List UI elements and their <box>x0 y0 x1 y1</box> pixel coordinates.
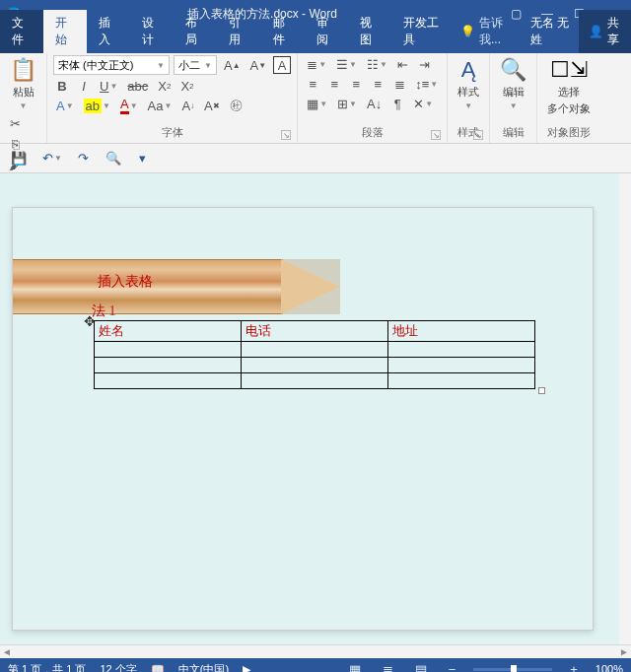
paste-button[interactable]: 📋 粘贴 ▼ <box>6 55 40 112</box>
styles-launcher[interactable]: ↘ <box>473 130 483 140</box>
print-preview-button[interactable]: 🔍 <box>103 150 124 168</box>
text-effects-button[interactable]: A▼ <box>53 97 77 114</box>
subscript-button[interactable]: X2 <box>155 77 174 95</box>
page-status[interactable]: 第 1 页，共 1 页 <box>8 662 86 673</box>
paragraph-launcher[interactable]: ↘ <box>431 130 441 140</box>
table-resize-handle[interactable] <box>538 387 545 394</box>
share-button[interactable]: 👤共享 <box>579 10 631 53</box>
align-center-button[interactable]: ≡ <box>325 75 343 93</box>
align-left-button[interactable]: ≡ <box>304 75 321 93</box>
scroll-left-arrow[interactable]: ◄ <box>0 646 14 657</box>
qat-more-button[interactable]: ▾ <box>134 150 152 168</box>
underline-button[interactable]: U▼ <box>97 77 120 95</box>
tab-view[interactable]: 视图 <box>348 10 391 53</box>
redo-icon: ↷ <box>78 151 89 166</box>
font-name-combo[interactable]: 宋体 (中文正文)▼ <box>53 55 170 75</box>
font-size-combo[interactable]: 小二▼ <box>174 55 217 75</box>
save-button[interactable]: 💾 <box>8 150 30 168</box>
preview-icon: 🔍 <box>105 151 121 166</box>
group-clipboard: 📋 粘贴 ▼ ✂ ⎘ 🖌 剪贴板↘ <box>0 53 47 143</box>
tab-developer[interactable]: 开发工具 <box>391 10 455 53</box>
superscript-button[interactable]: X2 <box>177 77 196 95</box>
print-layout-button[interactable]: ≣ <box>379 662 397 673</box>
decrease-indent-button[interactable]: ⇤ <box>394 55 412 73</box>
styles-button[interactable]: Ą 样式 ▼ <box>454 55 483 112</box>
line-spacing-button[interactable]: ↕≡▼ <box>412 75 441 93</box>
tab-home[interactable]: 开始 <box>43 10 87 53</box>
word-count[interactable]: 12 个字 <box>100 662 136 673</box>
page[interactable]: 插入表格 法 1 ✥ 姓名 电话 地址 <box>12 207 594 631</box>
styles-icon: Ą <box>461 57 476 83</box>
paragraph-label: 段落 <box>362 126 384 138</box>
scissors-icon: ✂ <box>10 116 21 131</box>
table-header-cell[interactable]: 姓名 <box>95 321 242 342</box>
horizontal-scrollbar[interactable]: ◄ ► <box>0 644 631 658</box>
show-marks-button[interactable]: ¶ <box>388 95 406 112</box>
enclosed-button[interactable]: ㊓ <box>227 97 245 114</box>
table-header-cell[interactable]: 电话 <box>242 321 388 342</box>
multilevel-list-button[interactable]: ☷▼ <box>364 55 390 73</box>
undo-button[interactable]: ↶▼ <box>39 150 65 168</box>
paste-icon: 📋 <box>10 57 36 83</box>
account-name[interactable]: 无名 无姓 <box>521 10 579 53</box>
clear-format-button[interactable]: A✖ <box>201 97 223 114</box>
read-mode-button[interactable]: ▦ <box>345 662 365 673</box>
language-status[interactable]: 中文(中国) <box>178 662 229 673</box>
bullets-button[interactable]: ≣▼ <box>304 55 329 73</box>
phonetic-button[interactable]: Aa▼ <box>145 97 175 114</box>
font-launcher[interactable]: ↘ <box>281 130 291 140</box>
shading-button[interactable]: ▦▼ <box>304 95 330 112</box>
shrink-font-button[interactable]: A▼ <box>247 56 270 74</box>
grow-font-button[interactable]: A▲ <box>221 56 244 74</box>
zoom-out-button[interactable]: − <box>445 662 460 673</box>
sort-button[interactable]: A↓ <box>364 95 385 112</box>
select-objects-button[interactable]: ☐⇲ 选择 多个对象 <box>543 55 595 118</box>
char-border-button[interactable]: A <box>273 56 291 74</box>
document-table[interactable]: 姓名 电话 地址 <box>94 320 535 389</box>
macro-status-icon[interactable]: ▶ <box>243 663 250 673</box>
tab-review[interactable]: 审阅 <box>305 10 348 53</box>
zoom-thumb[interactable] <box>511 665 517 673</box>
doc-heading[interactable]: 插入表格 <box>98 273 153 291</box>
lightbulb-icon: 💡 <box>460 25 475 38</box>
enclose-char-button[interactable]: A↓ <box>178 97 197 114</box>
distributed-button[interactable]: ≣ <box>390 75 408 93</box>
align-right-button[interactable]: ≡ <box>347 75 365 93</box>
tab-insert[interactable]: 插入 <box>87 10 130 53</box>
tab-file[interactable]: 文件 <box>0 10 43 53</box>
save-icon: 💾 <box>11 151 27 166</box>
increase-indent-button[interactable]: ⇥ <box>416 55 434 73</box>
tab-mailings[interactable]: 邮件 <box>261 10 305 53</box>
zoom-slider[interactable] <box>473 668 552 671</box>
spell-check-icon[interactable]: 📖 <box>151 663 165 673</box>
italic-button[interactable]: I <box>75 77 93 95</box>
chevron-down-icon: ▾ <box>139 151 146 166</box>
font-color-button[interactable]: A▼ <box>117 97 141 114</box>
editing-button[interactable]: 🔍 编辑 ▼ <box>496 55 530 112</box>
table-row: 姓名 电话 地址 <box>95 321 535 342</box>
zoom-level[interactable]: 100% <box>596 663 623 672</box>
tab-references[interactable]: 引用 <box>217 10 260 53</box>
asian-layout-button[interactable]: ✕▼ <box>410 95 436 112</box>
highlight-button[interactable]: ab▼ <box>81 97 113 114</box>
tell-me[interactable]: 💡告诉我... <box>455 10 520 53</box>
cut-button[interactable]: ✂ <box>6 114 25 132</box>
bold-button[interactable]: B <box>53 77 71 95</box>
web-layout-button[interactable]: ▤ <box>411 662 431 673</box>
tab-design[interactable]: 设计 <box>130 10 174 53</box>
numbering-button[interactable]: ☰▼ <box>333 55 360 73</box>
share-icon: 👤 <box>589 25 603 38</box>
tab-layout[interactable]: 布局 <box>174 10 217 53</box>
justify-button[interactable]: ≡ <box>369 75 386 93</box>
borders-button[interactable]: ⊞▼ <box>334 95 360 112</box>
document-area[interactable]: 插入表格 法 1 ✥ 姓名 电话 地址 <box>0 173 631 644</box>
redo-button[interactable]: ↷ <box>75 150 93 168</box>
scroll-track[interactable] <box>28 646 603 658</box>
ribbon: 📋 粘贴 ▼ ✂ ⎘ 🖌 剪贴板↘ 宋体 (中文正文)▼ 小二▼ A▲ A▼ A… <box>0 53 631 144</box>
group-paragraph: ≣▼ ☰▼ ☷▼ ⇤ ⇥ ≡ ≡ ≡ ≡ ≣ ↕≡▼ ▦▼ ⊞▼ A↓ ¶ ✕▼ <box>298 53 448 143</box>
scroll-right-arrow[interactable]: ► <box>617 646 631 657</box>
strikethrough-button[interactable]: abc <box>124 77 151 95</box>
table-header-cell[interactable]: 地址 <box>388 321 535 342</box>
zoom-in-button[interactable]: + <box>566 662 582 673</box>
undo-icon: ↶ <box>42 151 53 166</box>
